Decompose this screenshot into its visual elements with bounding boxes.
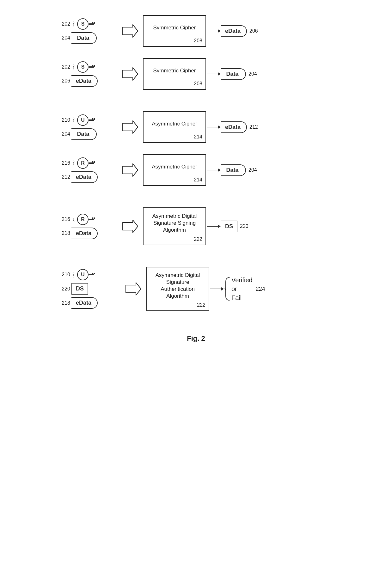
hollow-arrow-5 — [121, 219, 138, 233]
output-col-5: DS 220 — [207, 221, 248, 232]
output-data-4: Data — [221, 164, 246, 176]
input-key-s1: 202 S — [60, 18, 96, 30]
svg-rect-12 — [89, 119, 94, 121]
algo-box-6: Asymmetric Digital Signature Authenticat… — [146, 267, 209, 311]
ref-210a: 210 — [60, 117, 70, 123]
inputs-col-1: 202 S 204 Data — [60, 17, 117, 45]
inputs-col-6: 210 U 220 DS 218 eData — [60, 268, 120, 310]
verified-text: Verified — [231, 276, 253, 284]
svg-rect-19 — [92, 161, 93, 163]
svg-rect-24 — [89, 219, 94, 220]
hollow-arrow-4 — [121, 163, 138, 177]
ref-218b: 218 — [60, 300, 70, 306]
inputs-col-5: 216 R 218 eData — [60, 212, 117, 241]
svg-marker-9 — [123, 68, 138, 80]
fail-text: Fail — [231, 293, 242, 302]
svg-rect-31 — [92, 273, 93, 274]
algo-title-3: Asymmetric Cipher — [152, 116, 197, 132]
svg-rect-20 — [94, 161, 95, 163]
inputs-col-3: 210 U 204 Data — [60, 113, 117, 141]
svg-marker-35 — [221, 287, 224, 290]
svg-marker-11 — [218, 72, 221, 76]
brace-text: Verified or Fail — [231, 276, 253, 302]
hollow-arrow-6 — [125, 282, 142, 296]
output-ref-6: 224 — [256, 286, 265, 292]
output-ref-5: 220 — [240, 223, 248, 229]
hollow-arrow-1 — [121, 24, 138, 38]
output-edata-3: eData — [221, 121, 247, 133]
data-pill-1: Data — [71, 32, 97, 44]
svg-marker-23 — [218, 168, 221, 172]
big-arrow-2 — [121, 67, 138, 81]
algo-title-6: Asymmetric Digital Signature Authenticat… — [150, 271, 205, 300]
algo-num-2: 208 — [194, 81, 202, 87]
input-edata-6: 218 eData — [60, 297, 98, 309]
squiggle-4 — [71, 160, 76, 166]
algo-title-1: Symmetric Cipher — [153, 20, 196, 36]
svg-rect-7 — [92, 65, 93, 67]
key-circle-u1: U — [77, 114, 89, 126]
data-pill-edata-4: eData — [71, 171, 98, 183]
diagram-row-3: 210 U 204 Data — [60, 111, 332, 143]
output-arrow-6 — [210, 286, 224, 292]
input-key-r1: 216 R — [60, 157, 96, 169]
key-icon-s2: S — [77, 61, 96, 73]
input-key-u2: 210 U — [60, 269, 96, 280]
algo-title-4: Asymmetric Cipher — [152, 159, 197, 175]
algo-box-5: Asymmetric Digital Signature Signing Alg… — [143, 207, 206, 245]
big-arrow-3 — [121, 120, 138, 134]
algo-num-6: 222 — [197, 302, 205, 308]
key-shape-u1 — [89, 118, 96, 123]
ref-210b: 210 — [60, 272, 70, 278]
svg-marker-29 — [218, 225, 221, 228]
input-data-3: 204 Data — [60, 128, 97, 140]
svg-rect-6 — [89, 66, 94, 68]
input-edata-2: 206 eData — [60, 75, 98, 87]
ref-202a: 202 — [60, 21, 70, 27]
ds-box-input: DS — [71, 283, 88, 295]
ref-206a: 206 — [60, 78, 70, 84]
output-ref-2: 204 — [248, 71, 257, 77]
ref-216b: 216 — [60, 217, 70, 222]
input-data-1: 204 Data — [60, 32, 97, 44]
data-pill-edata-6: eData — [71, 297, 98, 309]
squiggle-3 — [71, 117, 76, 123]
diagram-row-6: 210 U 220 DS 218 eData — [60, 267, 332, 311]
figure-caption: Fig. 2 — [187, 334, 205, 343]
algo-box-4: Asymmetric Cipher 214 — [143, 154, 206, 186]
key-icon-u2: U — [77, 269, 96, 280]
brace-left — [224, 276, 231, 302]
algo-num-3: 214 — [194, 134, 202, 140]
output-ds-box: DS — [221, 221, 237, 232]
diagram-row-2: 202 S 206 eData — [60, 58, 332, 90]
big-arrow-1 — [121, 24, 138, 38]
ref-204a: 204 — [60, 35, 70, 41]
svg-marker-27 — [123, 220, 138, 233]
output-ref-1: 206 — [249, 28, 258, 34]
ref-202b: 202 — [60, 64, 70, 70]
svg-rect-8 — [94, 65, 95, 67]
output-col-2: Data 204 — [207, 68, 257, 80]
algo-box-2: Symmetric Cipher 208 — [143, 58, 206, 90]
hollow-arrow-3 — [121, 120, 138, 134]
svg-marker-3 — [123, 25, 138, 37]
big-arrow-5 — [121, 219, 138, 233]
svg-rect-25 — [92, 217, 93, 219]
svg-rect-14 — [94, 118, 95, 120]
svg-rect-13 — [92, 118, 93, 120]
key-icon-r2: R — [77, 214, 96, 225]
key-shape-s1 — [89, 21, 96, 27]
or-text: or — [231, 284, 237, 293]
diagram-row-5: 216 R 218 eData — [60, 207, 332, 245]
algo-num-4: 214 — [194, 177, 202, 183]
key-shape-s2 — [89, 64, 96, 70]
key-circle-u2: U — [77, 269, 89, 280]
big-arrow-6 — [125, 282, 142, 296]
output-data-2: Data — [221, 68, 246, 80]
input-key-r2: 216 R — [60, 214, 96, 225]
input-edata-4: 212 eData — [60, 171, 98, 183]
squiggle-6 — [71, 272, 76, 278]
output-col-6: Verified or Fail 224 — [210, 276, 265, 302]
key-shape-u2 — [89, 272, 96, 277]
output-arrow-3 — [207, 124, 221, 130]
